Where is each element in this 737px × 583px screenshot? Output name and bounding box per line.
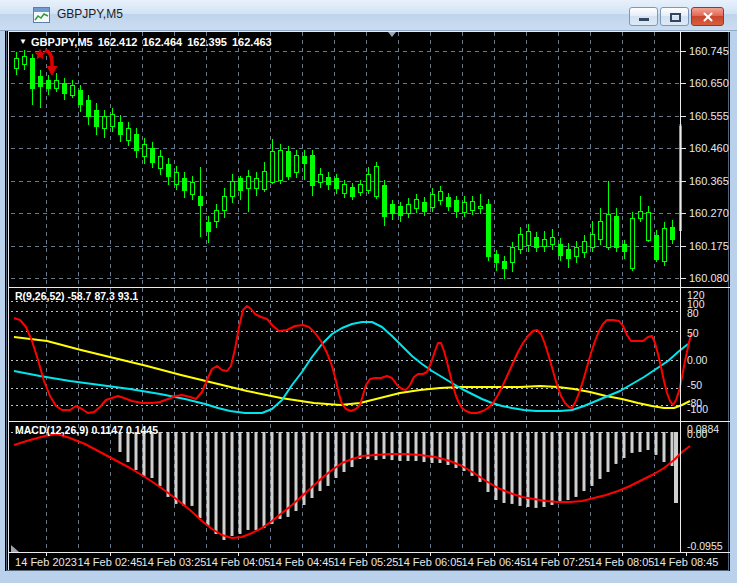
svg-text:14 Feb 06:45: 14 Feb 06:45 [462, 556, 527, 568]
title-bar[interactable]: GBPJPY,M5 [0, 0, 737, 31]
svg-text:160.365: 160.365 [689, 175, 729, 187]
restore-button[interactable] [660, 7, 689, 26]
svg-text:50: 50 [687, 327, 699, 339]
open-value: 162.412 [98, 36, 138, 48]
macd-label: MACD(12,26,9) 0.1147 0.1445 [15, 424, 158, 436]
svg-text:14 Feb 03:25: 14 Feb 03:25 [142, 556, 207, 568]
symbol-label: GBPJPY,M5 [31, 36, 93, 48]
svg-text:-100: -100 [687, 403, 708, 415]
minimize-button[interactable] [629, 7, 658, 26]
svg-text:0.00: 0.00 [687, 428, 708, 440]
low-value: 162.395 [187, 36, 227, 48]
svg-text:160.460: 160.460 [689, 142, 729, 154]
svg-text:14 Feb 04:45: 14 Feb 04:45 [270, 556, 335, 568]
svg-text:14 Feb 06:05: 14 Feb 06:05 [398, 556, 463, 568]
chart-window: 160.745160.650160.555160.460160.365160.2… [0, 0, 737, 583]
ohlc-info-line: ▼GBPJPY,M5162.412162.464162.395162.463 [19, 36, 277, 48]
svg-text:160.745: 160.745 [689, 45, 729, 57]
svg-text:-0.0955: -0.0955 [687, 540, 723, 552]
svg-text:160.650: 160.650 [689, 77, 729, 89]
close-button[interactable] [691, 7, 724, 26]
window-title: GBPJPY,M5 [57, 7, 123, 21]
svg-text:160.175: 160.175 [689, 240, 729, 252]
macd-forming-bar [674, 432, 678, 503]
svg-text:-50: -50 [687, 379, 702, 391]
svg-text:14 Feb 04:05: 14 Feb 04:05 [206, 556, 271, 568]
svg-text:14 Feb 02:45: 14 Feb 02:45 [78, 556, 143, 568]
svg-text:14 Feb 07:25: 14 Feb 07:25 [526, 556, 591, 568]
svg-text:14 Feb 2023: 14 Feb 2023 [15, 556, 77, 568]
chart-app-icon [33, 7, 50, 23]
svg-text:14 Feb 05:25: 14 Feb 05:25 [334, 556, 399, 568]
high-value: 162.464 [142, 36, 182, 48]
svg-text:14 Feb 08:45: 14 Feb 08:45 [654, 556, 719, 568]
svg-text:160.555: 160.555 [689, 110, 729, 122]
svg-text:160.270: 160.270 [689, 207, 729, 219]
svg-text:160.080: 160.080 [689, 272, 729, 284]
svg-text:0.00: 0.00 [687, 354, 708, 366]
svg-text:80: 80 [687, 307, 699, 319]
oscillator-label: R(9,26,52) -58.7 87.3 93.1 [15, 290, 138, 302]
close-value: 162.463 [232, 36, 272, 48]
svg-text:14 Feb 08:05: 14 Feb 08:05 [590, 556, 655, 568]
symbol-dropdown-icon[interactable]: ▼ [19, 37, 27, 46]
